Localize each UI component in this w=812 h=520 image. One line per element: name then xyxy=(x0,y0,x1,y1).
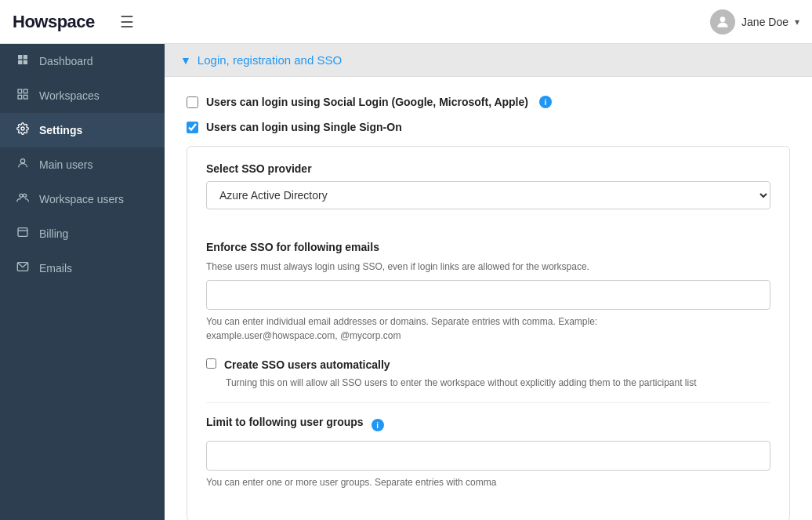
sidebar-label-dashboard: Dashboard xyxy=(39,55,93,67)
svg-rect-1 xyxy=(18,55,22,59)
sidebar-label-main-users: Main users xyxy=(39,158,92,171)
sidebar-item-main-users[interactable]: Main users xyxy=(0,147,165,182)
social-login-info-icon[interactable]: i xyxy=(539,96,552,108)
svg-rect-4 xyxy=(24,60,27,64)
create-sso-label[interactable]: Create SSO users automatically xyxy=(224,358,390,371)
limit-groups-hint: You can enter one or more user groups. S… xyxy=(206,475,770,489)
sidebar-label-emails: Emails xyxy=(39,262,72,275)
header-right: Jane Doe ▾ xyxy=(710,9,799,35)
sso-config-box: Select SSO provider Azure Active Directo… xyxy=(187,146,790,520)
enforce-sso-input[interactable] xyxy=(206,280,770,310)
svg-point-0 xyxy=(720,16,726,22)
sidebar-label-settings: Settings xyxy=(39,124,82,136)
svg-point-9 xyxy=(21,127,24,130)
workspace-users-icon xyxy=(16,191,30,207)
svg-point-10 xyxy=(20,159,24,163)
sidebar-item-billing[interactable]: Billing xyxy=(0,216,165,251)
create-sso-section: Create SSO users automatically Turning t… xyxy=(206,358,770,390)
create-sso-checkbox[interactable] xyxy=(206,358,216,369)
sidebar-item-emails[interactable]: Emails xyxy=(0,251,165,285)
section-title: Login, registration and SSO xyxy=(198,53,342,67)
billing-icon xyxy=(16,226,30,242)
menu-icon[interactable]: ☰ xyxy=(120,13,134,31)
sso-login-label[interactable]: Users can login using Single Sign-On xyxy=(206,121,402,133)
limit-groups-section: Limit to following user groups i You can… xyxy=(206,416,770,489)
svg-rect-8 xyxy=(24,95,27,99)
enforce-sso-description: These users must always login using SSO,… xyxy=(206,260,770,274)
svg-rect-13 xyxy=(18,228,27,237)
avatar xyxy=(710,9,735,35)
dashboard-icon xyxy=(16,53,30,69)
sidebar-item-workspace-users[interactable]: Workspace users xyxy=(0,182,165,216)
sidebar-label-billing: Billing xyxy=(39,227,68,240)
sso-provider-label: Select SSO provider xyxy=(206,162,770,175)
settings-icon xyxy=(16,122,30,138)
app-logo: Howspace xyxy=(13,12,95,32)
sidebar: Dashboard Workspaces Settings Main users… xyxy=(0,44,165,520)
sidebar-item-workspaces[interactable]: Workspaces xyxy=(0,78,165,113)
sso-provider-select[interactable]: Azure Active Directory Google SAML 2.0 O… xyxy=(206,181,770,209)
sidebar-item-dashboard[interactable]: Dashboard xyxy=(0,44,165,78)
svg-rect-7 xyxy=(18,95,22,99)
user-menu-chevron[interactable]: ▾ xyxy=(795,16,799,27)
limit-groups-label-row: Limit to following user groups i xyxy=(206,416,770,435)
svg-rect-5 xyxy=(18,89,22,93)
social-login-row: Users can login using Social Login (Goog… xyxy=(187,96,790,108)
sso-login-checkbox[interactable] xyxy=(187,122,198,133)
svg-rect-3 xyxy=(18,60,22,64)
content-area: Users can login using Social Login (Goog… xyxy=(165,77,812,520)
limit-groups-info-icon[interactable]: i xyxy=(372,419,384,431)
limit-groups-input[interactable] xyxy=(206,441,770,471)
svg-rect-6 xyxy=(24,89,27,93)
main-users-icon xyxy=(16,157,30,173)
sidebar-label-workspaces: Workspaces xyxy=(39,89,100,102)
enforce-sso-section: Enforce SSO for following emails These u… xyxy=(206,241,770,343)
create-sso-row: Create SSO users automatically xyxy=(206,358,770,371)
divider xyxy=(206,402,770,403)
social-login-label[interactable]: Users can login using Social Login (Goog… xyxy=(206,96,528,108)
sidebar-label-workspace-users: Workspace users xyxy=(39,193,124,205)
enforce-sso-hint: You can enter individual email addresses… xyxy=(206,315,770,329)
svg-point-11 xyxy=(20,194,23,197)
sso-provider-section: Select SSO provider Azure Active Directo… xyxy=(206,162,770,225)
svg-rect-2 xyxy=(24,55,27,59)
app-body: Dashboard Workspaces Settings Main users… xyxy=(0,44,812,520)
limit-groups-label: Limit to following user groups xyxy=(206,416,364,428)
enforce-sso-label: Enforce SSO for following emails xyxy=(206,241,770,253)
social-login-checkbox[interactable] xyxy=(187,96,198,108)
main-content: ▼ Login, registration and SSO Users can … xyxy=(165,44,812,520)
svg-point-12 xyxy=(24,194,27,197)
app-header: Howspace ☰ Jane Doe ▾ xyxy=(0,0,812,44)
enforce-sso-example: example.user@howspace.com, @mycorp.com xyxy=(206,329,770,343)
username-label: Jane Doe xyxy=(741,16,788,28)
create-sso-description: Turning this on will allow all SSO users… xyxy=(226,376,770,390)
section-toggle[interactable]: ▼ xyxy=(180,54,191,67)
sso-login-row: Users can login using Single Sign-On xyxy=(187,121,790,133)
emails-icon xyxy=(16,260,30,276)
sidebar-item-settings[interactable]: Settings xyxy=(0,113,165,147)
section-header: ▼ Login, registration and SSO xyxy=(165,44,812,77)
header-left: Howspace ☰ xyxy=(13,12,134,32)
workspaces-icon xyxy=(16,88,30,104)
